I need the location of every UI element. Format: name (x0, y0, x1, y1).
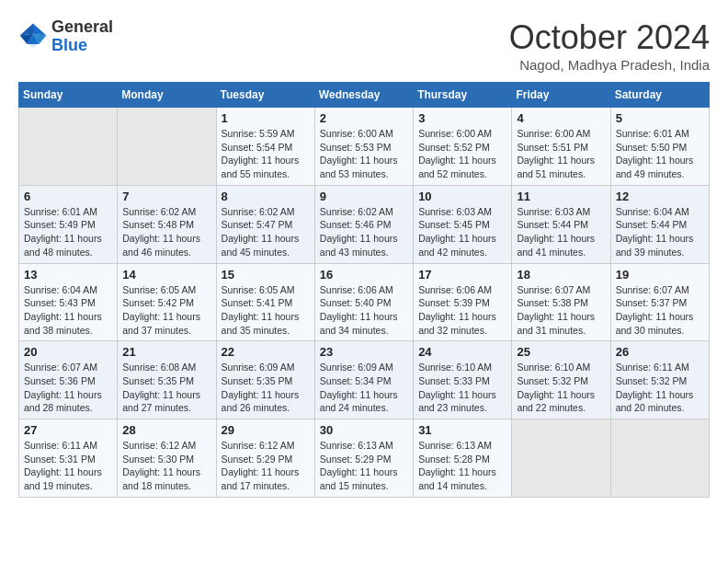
cell-info: Sunrise: 6:05 AM Sunset: 5:41 PM Dayligh… (222, 283, 310, 338)
cell-info: Sunrise: 6:03 AM Sunset: 5:45 PM Dayligh… (418, 205, 506, 259)
cell-info: Sunrise: 6:06 AM Sunset: 5:39 PM Dayligh… (418, 283, 506, 338)
location: Nagod, Madhya Pradesh, India (509, 57, 710, 73)
day-number: 13 (24, 268, 112, 282)
day-number: 5 (616, 111, 704, 125)
day-number: 21 (122, 345, 210, 359)
cell-info: Sunrise: 6:02 AM Sunset: 5:48 PM Dayligh… (122, 205, 210, 259)
cell-info: Sunrise: 6:07 AM Sunset: 5:37 PM Dayligh… (616, 283, 704, 338)
day-number: 1 (222, 111, 310, 125)
day-header-thursday: Thursday (414, 83, 512, 108)
day-header-tuesday: Tuesday (216, 83, 314, 108)
cell-info: Sunrise: 6:04 AM Sunset: 5:44 PM Dayligh… (616, 205, 704, 259)
calendar-cell: 20Sunrise: 6:07 AM Sunset: 5:36 PM Dayli… (19, 341, 118, 419)
calendar-cell: 22Sunrise: 6:09 AM Sunset: 5:35 PM Dayli… (216, 341, 314, 419)
cell-info: Sunrise: 6:07 AM Sunset: 5:38 PM Dayligh… (517, 283, 605, 338)
day-number: 28 (122, 423, 210, 437)
day-number: 25 (517, 345, 605, 359)
calendar-cell: 11Sunrise: 6:03 AM Sunset: 5:44 PM Dayli… (512, 185, 610, 263)
day-number: 20 (24, 345, 112, 359)
cell-info: Sunrise: 6:09 AM Sunset: 5:35 PM Dayligh… (222, 361, 310, 415)
cell-info: Sunrise: 6:10 AM Sunset: 5:32 PM Dayligh… (517, 361, 605, 415)
calendar-cell: 8Sunrise: 6:02 AM Sunset: 5:47 PM Daylig… (216, 185, 314, 263)
cell-info: Sunrise: 6:13 AM Sunset: 5:28 PM Dayligh… (418, 439, 506, 493)
calendar-cell: 19Sunrise: 6:07 AM Sunset: 5:37 PM Dayli… (610, 263, 709, 341)
calendar-cell: 25Sunrise: 6:10 AM Sunset: 5:32 PM Dayli… (512, 341, 610, 419)
cell-info: Sunrise: 6:12 AM Sunset: 5:30 PM Dayligh… (122, 439, 210, 493)
cell-info: Sunrise: 6:11 AM Sunset: 5:31 PM Dayligh… (24, 439, 112, 493)
cell-info: Sunrise: 6:10 AM Sunset: 5:33 PM Dayligh… (418, 361, 506, 415)
day-number: 4 (517, 111, 605, 125)
calendar-week-2: 6Sunrise: 6:01 AM Sunset: 5:49 PM Daylig… (19, 185, 710, 263)
cell-info: Sunrise: 6:05 AM Sunset: 5:42 PM Dayligh… (122, 283, 210, 338)
day-number: 17 (418, 268, 506, 282)
cell-info: Sunrise: 6:07 AM Sunset: 5:36 PM Dayligh… (24, 361, 112, 415)
day-number: 14 (122, 268, 210, 282)
day-number: 23 (320, 345, 408, 359)
calendar-cell: 7Sunrise: 6:02 AM Sunset: 5:48 PM Daylig… (118, 185, 216, 263)
day-number: 7 (122, 190, 210, 203)
calendar-cell: 15Sunrise: 6:05 AM Sunset: 5:41 PM Dayli… (216, 263, 314, 341)
calendar-cell: 27Sunrise: 6:11 AM Sunset: 5:31 PM Dayli… (19, 419, 118, 498)
calendar-cell: 31Sunrise: 6:13 AM Sunset: 5:28 PM Dayli… (414, 419, 512, 498)
calendar-cell: 3Sunrise: 6:00 AM Sunset: 5:52 PM Daylig… (414, 108, 512, 186)
cell-info: Sunrise: 6:01 AM Sunset: 5:49 PM Dayligh… (24, 205, 112, 259)
day-number: 11 (517, 190, 605, 203)
calendar-cell: 9Sunrise: 6:02 AM Sunset: 5:46 PM Daylig… (314, 185, 413, 263)
calendar-cell: 13Sunrise: 6:04 AM Sunset: 5:43 PM Dayli… (19, 263, 118, 341)
day-number: 27 (24, 423, 112, 437)
day-number: 2 (320, 111, 408, 125)
day-number: 15 (222, 268, 310, 282)
page-header: General Blue October 2024 Nagod, Madhya … (18, 18, 710, 73)
calendar-week-1: 1Sunrise: 5:59 AM Sunset: 5:54 PM Daylig… (19, 108, 710, 186)
cell-info: Sunrise: 6:13 AM Sunset: 5:29 PM Dayligh… (320, 439, 408, 493)
calendar-cell: 14Sunrise: 6:05 AM Sunset: 5:42 PM Dayli… (118, 263, 216, 341)
calendar-cell: 30Sunrise: 6:13 AM Sunset: 5:29 PM Dayli… (314, 419, 413, 498)
day-number: 10 (418, 190, 506, 203)
day-number: 3 (418, 111, 506, 125)
calendar-cell (512, 419, 610, 498)
calendar-cell: 18Sunrise: 6:07 AM Sunset: 5:38 PM Dayli… (512, 263, 610, 341)
calendar-week-5: 27Sunrise: 6:11 AM Sunset: 5:31 PM Dayli… (19, 419, 710, 498)
calendar-week-3: 13Sunrise: 6:04 AM Sunset: 5:43 PM Dayli… (19, 263, 710, 341)
calendar-cell: 17Sunrise: 6:06 AM Sunset: 5:39 PM Dayli… (414, 263, 512, 341)
calendar-table: SundayMondayTuesdayWednesdayThursdayFrid… (18, 82, 710, 498)
calendar-cell: 4Sunrise: 6:00 AM Sunset: 5:51 PM Daylig… (512, 108, 610, 186)
cell-info: Sunrise: 6:03 AM Sunset: 5:44 PM Dayligh… (517, 205, 605, 259)
calendar-cell: 29Sunrise: 6:12 AM Sunset: 5:29 PM Dayli… (216, 419, 314, 498)
cell-info: Sunrise: 6:02 AM Sunset: 5:46 PM Dayligh… (320, 205, 408, 259)
svg-marker-5 (20, 23, 33, 35)
calendar-cell: 21Sunrise: 6:08 AM Sunset: 5:35 PM Dayli… (118, 341, 216, 419)
cell-info: Sunrise: 6:11 AM Sunset: 5:32 PM Dayligh… (616, 361, 704, 415)
month-title: October 2024 (509, 18, 710, 57)
day-number: 16 (320, 268, 408, 282)
cell-info: Sunrise: 6:04 AM Sunset: 5:43 PM Dayligh… (24, 283, 112, 338)
svg-marker-1 (33, 23, 46, 35)
day-number: 26 (616, 345, 704, 359)
day-header-friday: Friday (512, 83, 610, 108)
cell-info: Sunrise: 6:00 AM Sunset: 5:52 PM Dayligh… (418, 127, 506, 181)
cell-info: Sunrise: 6:00 AM Sunset: 5:51 PM Dayligh… (517, 127, 605, 181)
cell-info: Sunrise: 6:12 AM Sunset: 5:29 PM Dayligh… (222, 439, 310, 493)
calendar-cell: 10Sunrise: 6:03 AM Sunset: 5:45 PM Dayli… (414, 185, 512, 263)
logo-text: General Blue (51, 18, 113, 55)
cell-info: Sunrise: 6:02 AM Sunset: 5:47 PM Dayligh… (222, 205, 310, 259)
calendar-cell (118, 108, 216, 186)
calendar-cell: 23Sunrise: 6:09 AM Sunset: 5:34 PM Dayli… (314, 341, 413, 419)
cell-info: Sunrise: 6:00 AM Sunset: 5:53 PM Dayligh… (320, 127, 408, 181)
day-number: 12 (616, 190, 704, 203)
calendar-cell (19, 108, 118, 186)
cell-info: Sunrise: 6:06 AM Sunset: 5:40 PM Dayligh… (320, 283, 408, 338)
logo: General Blue (18, 18, 113, 55)
day-number: 31 (418, 423, 506, 437)
calendar-cell: 5Sunrise: 6:01 AM Sunset: 5:50 PM Daylig… (610, 108, 709, 186)
title-area: October 2024 Nagod, Madhya Pradesh, Indi… (509, 18, 710, 73)
day-number: 24 (418, 345, 506, 359)
calendar-body: 1Sunrise: 5:59 AM Sunset: 5:54 PM Daylig… (19, 108, 710, 498)
calendar-cell: 12Sunrise: 6:04 AM Sunset: 5:44 PM Dayli… (610, 185, 709, 263)
day-number: 22 (222, 345, 310, 359)
day-header-monday: Monday (118, 83, 216, 108)
day-number: 9 (320, 190, 408, 203)
calendar-cell: 2Sunrise: 6:00 AM Sunset: 5:53 PM Daylig… (314, 108, 413, 186)
calendar-cell: 24Sunrise: 6:10 AM Sunset: 5:33 PM Dayli… (414, 341, 512, 419)
calendar-cell: 6Sunrise: 6:01 AM Sunset: 5:49 PM Daylig… (19, 185, 118, 263)
